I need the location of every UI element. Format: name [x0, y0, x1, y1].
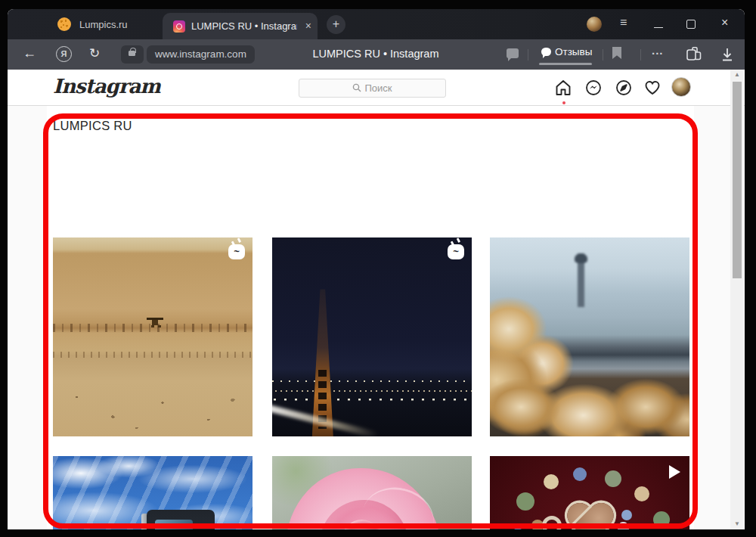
tab-lumpics[interactable]: Lumpics.ru — [79, 19, 128, 30]
profile-name-heading: LUMPICS RU — [53, 119, 132, 133]
post-thumbnail-ice[interactable] — [490, 237, 689, 436]
instagram-logo[interactable]: Instagram — [53, 75, 160, 98]
messenger-icon[interactable] — [584, 79, 603, 97]
scroll-up-arrow[interactable]: ▲ — [730, 70, 744, 80]
post-thumbnail-mars[interactable]: ~ — [53, 237, 253, 436]
extensions-more-icon[interactable]: ... — [652, 44, 664, 57]
post-thumbnail-wreath[interactable] — [490, 456, 689, 529]
toolbar-divider — [640, 49, 641, 61]
explore-icon[interactable] — [615, 79, 633, 97]
post-thumbnail-rose[interactable]: Yumi — [272, 456, 472, 529]
browser-menu-icon[interactable]: ≡ — [620, 16, 627, 29]
igtv-badge-icon: ~ — [448, 244, 464, 259]
glass-goblet — [618, 522, 629, 529]
yandex-icon[interactable]: Я — [56, 46, 72, 62]
comments-icon[interactable] — [507, 48, 519, 58]
mars-helicopter — [147, 317, 163, 327]
tab-bar: Lumpics.ru LUMPICS RU • Instagram × + ≡ … — [8, 9, 745, 39]
tractor-cab — [147, 510, 215, 529]
video-play-icon — [669, 465, 680, 479]
mars-rock-band — [53, 352, 253, 358]
page-title: LUMPICS RU • Instagram — [262, 48, 489, 60]
post-thumbnail-tractor[interactable] — [53, 456, 253, 529]
search-placeholder: Поиск — [364, 82, 392, 94]
bookmark-icon[interactable] — [612, 47, 621, 59]
home-icon[interactable] — [554, 79, 572, 97]
new-tab-button[interactable]: + — [327, 15, 345, 34]
back-button[interactable]: ← — [23, 45, 36, 61]
toolbar-divider — [603, 49, 603, 61]
site-security-badge[interactable] — [121, 45, 144, 64]
address-bar[interactable]: www.instagram.com — [147, 45, 255, 64]
city-lights — [272, 377, 472, 402]
browser-window: Lumpics.ru LUMPICS RU • Instagram × + ≡ … — [8, 9, 745, 529]
window-maximize-button[interactable] — [686, 20, 696, 29]
scroll-down-arrow[interactable]: ▼ — [730, 519, 744, 529]
heart-mirror — [565, 504, 615, 529]
instagram-header: Instagram Поиск — [8, 70, 745, 106]
search-input[interactable]: Поиск — [299, 79, 446, 98]
download-icon[interactable] — [720, 46, 735, 63]
browser-toolbar: ← Я ↻ www.instagram.com LUMPICS RU • Ins… — [8, 39, 745, 70]
toolbar-divider — [528, 49, 528, 61]
refresh-button[interactable]: ↻ — [89, 45, 100, 61]
tab-instagram-active[interactable]: LUMPICS RU • Instagram × — [163, 13, 318, 39]
ice-formation — [490, 361, 689, 436]
activity-heart-icon[interactable] — [643, 79, 662, 97]
window-close-button[interactable]: × — [721, 16, 728, 29]
tab-close-icon[interactable]: × — [305, 20, 311, 32]
review-bubble-icon — [541, 48, 551, 56]
post-thumbnail-bridge-night[interactable]: ~ — [272, 237, 472, 436]
collections-icon[interactable] — [686, 46, 702, 62]
pearl-frame-loops — [542, 516, 562, 529]
scrollbar-thumb[interactable] — [733, 82, 742, 278]
profile-avatar[interactable] — [671, 77, 691, 97]
lock-icon — [129, 51, 135, 56]
instagram-favicon-icon — [173, 20, 185, 33]
reviews-underline — [539, 63, 592, 65]
page-scrollbar[interactable]: ▲ ▼ — [730, 70, 744, 529]
igtv-badge-icon: ~ — [228, 244, 245, 259]
tab-instagram-label: LUMPICS RU • Instagram — [191, 20, 297, 32]
home-notification-dot — [562, 101, 565, 104]
instagram-page: LUMPICS RU ~ ~ — [8, 106, 745, 529]
lumpics-favicon — [57, 17, 71, 31]
browser-profile-avatar[interactable] — [587, 17, 602, 32]
bridge-tower — [312, 289, 333, 436]
mars-foreground-rocks — [53, 380, 253, 436]
reviews-button[interactable]: Отзывы — [541, 46, 592, 57]
screenshot-stage: Lumpics.ru LUMPICS RU • Instagram × + ≡ … — [0, 0, 756, 537]
window-minimize-button[interactable] — [654, 27, 663, 28]
reviews-label: Отзывы — [555, 46, 592, 57]
